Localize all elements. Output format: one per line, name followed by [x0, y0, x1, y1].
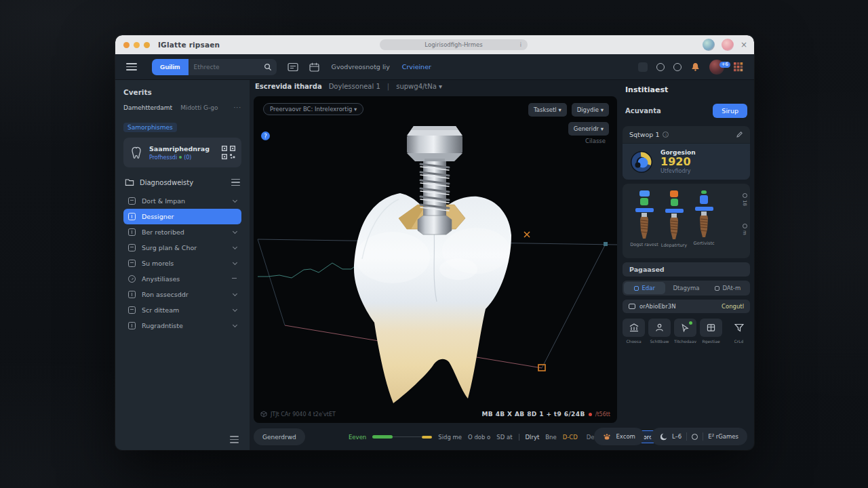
qr-code-icon[interactable] [221, 145, 236, 160]
sidebar-item-surgical-plan[interactable]: Surg plan & Chor [123, 240, 241, 256]
collaborator-avatar[interactable] [703, 39, 715, 51]
divider [703, 432, 703, 441]
person-icon [655, 323, 664, 332]
window-minimize-dot[interactable] [134, 42, 140, 48]
stat-item: Sidg me [438, 434, 462, 441]
menu-icon[interactable] [126, 63, 137, 70]
main-toolbar: Guilim Gvodvreosnotg liy Crvieiner [115, 54, 754, 80]
search-button[interactable] [259, 59, 277, 75]
search-input[interactable] [189, 59, 259, 75]
sidebar-item-accessories[interactable]: Ron assecsddr [123, 287, 241, 302]
segment-other[interactable]: DAt-m [707, 282, 749, 294]
sidebar-item-import[interactable]: Dort & Impan [123, 193, 241, 209]
designer-icon [128, 213, 136, 220]
tool-library[interactable]: Choosa [623, 319, 645, 344]
plane-handle-markers[interactable] [524, 232, 608, 371]
generator-dropdown[interactable]: Generidr ▾ [568, 122, 609, 136]
implant-label-bar [695, 207, 713, 211]
implant-option-1[interactable]: Dogst ravest [629, 190, 659, 254]
implant-option-3[interactable]: Gertivistc [689, 190, 719, 254]
chevron-down-icon [233, 198, 237, 203]
sidebar-tabs: Damehtterdamt Midotti G-go ··· [123, 104, 241, 111]
case-filter-tag[interactable]: Samorphismes [123, 123, 177, 132]
analysis-icon [128, 275, 136, 283]
tooth-3d-model[interactable] [254, 96, 617, 423]
notification-bell-icon[interactable] [690, 62, 701, 72]
frames-label[interactable]: E² rGames [708, 433, 738, 440]
breadcrumb-parent[interactable]: Doylessoneal 1 [329, 83, 380, 90]
chevron-down-icon [233, 245, 237, 249]
case-title: Saamriphednrag [149, 144, 210, 154]
implant-unit-toggle[interactable]: m [742, 224, 747, 235]
case-card[interactable]: Saamriphednrag Profhessdi (0) [123, 138, 241, 167]
sidebar-section-header: Diagnosdweisty [125, 178, 240, 186]
custom-view-button[interactable]: Excom [594, 428, 644, 445]
tool-filter[interactable]: CrLd [728, 319, 750, 344]
edit-pencil-icon[interactable] [736, 131, 743, 138]
setup-button[interactable]: Sirup [713, 104, 747, 118]
sidebar-item-scan[interactable]: Scr ditteam [123, 302, 241, 318]
calendar-view-button[interactable] [309, 62, 319, 72]
marker-blue [639, 190, 650, 197]
account-avatar[interactable]: +6 [709, 60, 724, 75]
progress-label: Eeven [349, 434, 366, 441]
segment-diagrams[interactable]: Dtagyma [665, 282, 707, 294]
stat-item: O dob o [468, 434, 490, 441]
cards-view-button[interactable] [288, 62, 298, 72]
generated-button[interactable]: Generdrwd [254, 428, 305, 445]
workspace-icon[interactable] [638, 62, 648, 72]
calendar-icon [309, 62, 319, 72]
user-avatar[interactable] [722, 39, 734, 51]
sidebar-item-restorations[interactable]: Ber retoribed [123, 224, 241, 240]
close-icon[interactable]: × [741, 41, 747, 49]
sidebar-item-analysis[interactable]: Anystiliases [123, 271, 241, 287]
tool-schedule[interactable]: Schttbaw [648, 319, 671, 344]
breadcrumb-version-dropdown[interactable]: supwg4/tNa ▾ [396, 83, 442, 90]
consult-action[interactable]: Congutl [722, 303, 744, 310]
view-mode-dropdown[interactable]: Preervaovr BC: Intrelexrortig ▾ [263, 103, 363, 115]
implant-option-2[interactable]: Ldepatrtury [659, 190, 689, 254]
sidebar-collapse-icon[interactable] [230, 436, 239, 443]
implant-size-toggle[interactable]: 18 [742, 193, 747, 206]
window-close-dot[interactable] [123, 42, 130, 48]
breadcrumb-current[interactable]: Escrevida itharda [255, 83, 322, 90]
notification-dot [689, 321, 692, 325]
globe-icon[interactable] [692, 434, 698, 440]
sidebar-item-designer[interactable]: Dessigner [123, 209, 241, 224]
display-dropdown[interactable]: Digydie ▾ [572, 103, 609, 117]
address-bar[interactable]: Logirisodfigh-Hrmes i [380, 39, 528, 50]
sidebar-item-registered[interactable]: Rugradntiste [123, 318, 241, 333]
sidebar-item-models[interactable]: Su morels [123, 256, 241, 271]
tab-cases-secondary[interactable]: Midotti G-go [180, 104, 218, 111]
cursor-icon [681, 323, 690, 332]
stat-value: 1920 [660, 156, 696, 168]
segment-editor[interactable]: Edar [624, 282, 665, 294]
consult-row[interactable]: orAbioEbr3N Congutl [623, 300, 750, 313]
apps-grid-icon[interactable] [733, 62, 743, 72]
tab-cases-active[interactable]: Damehtterdamt [123, 104, 172, 111]
info-icon[interactable]: i [663, 131, 669, 138]
moon-icon[interactable] [660, 433, 667, 441]
timeline-progress[interactable] [372, 435, 432, 439]
tabs-overflow-button[interactable]: ··· [233, 104, 241, 111]
help-circle-icon[interactable] [673, 63, 682, 71]
section-list-icon[interactable] [231, 179, 240, 186]
3d-viewport[interactable]: Preervaovr BC: Intrelexrortig ▾ ? Taskse… [254, 96, 617, 423]
chevron-down-icon [233, 307, 237, 312]
planned-section-header[interactable]: Pagaased [623, 262, 750, 277]
table-icon [707, 323, 715, 332]
toolbar-link-create[interactable]: Crvieiner [402, 63, 431, 70]
window-zoom-dot[interactable] [144, 42, 150, 48]
guide-button[interactable]: Guilim [152, 59, 189, 75]
dash-icon [232, 278, 237, 279]
tool-table[interactable]: Rgestiae [700, 319, 722, 344]
help-button[interactable]: ? [261, 131, 270, 140]
taskset-dropdown[interactable]: Tasksetl ▾ [528, 103, 567, 117]
night-mode-label[interactable]: L–6 [672, 433, 682, 440]
alert-dot [589, 413, 592, 416]
history-icon[interactable] [656, 63, 665, 71]
sidebar-header: Cverits [123, 88, 241, 96]
marker-orange [670, 190, 678, 197]
tool-pointer[interactable]: Titchodaav [674, 319, 696, 344]
toolbar-link-group[interactable]: Gvodvreosnotg liy [332, 63, 390, 70]
